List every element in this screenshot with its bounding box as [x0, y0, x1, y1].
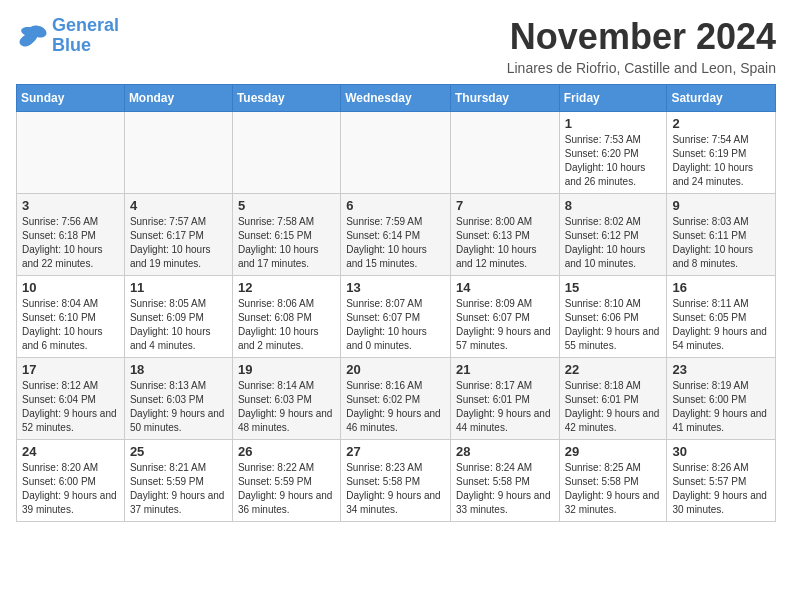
day-cell-21: 21Sunrise: 8:17 AM Sunset: 6:01 PM Dayli… — [450, 358, 559, 440]
day-number: 16 — [672, 280, 770, 295]
day-info: Sunrise: 8:19 AM Sunset: 6:00 PM Dayligh… — [672, 379, 770, 435]
day-cell-7: 7Sunrise: 8:00 AM Sunset: 6:13 PM Daylig… — [450, 194, 559, 276]
day-info: Sunrise: 8:07 AM Sunset: 6:07 PM Dayligh… — [346, 297, 445, 353]
day-cell-25: 25Sunrise: 8:21 AM Sunset: 5:59 PM Dayli… — [124, 440, 232, 522]
day-cell-22: 22Sunrise: 8:18 AM Sunset: 6:01 PM Dayli… — [559, 358, 667, 440]
day-cell-19: 19Sunrise: 8:14 AM Sunset: 6:03 PM Dayli… — [232, 358, 340, 440]
day-cell-2: 2Sunrise: 7:54 AM Sunset: 6:19 PM Daylig… — [667, 112, 776, 194]
day-info: Sunrise: 8:00 AM Sunset: 6:13 PM Dayligh… — [456, 215, 554, 271]
weekday-header-thursday: Thursday — [450, 85, 559, 112]
day-cell-1: 1Sunrise: 7:53 AM Sunset: 6:20 PM Daylig… — [559, 112, 667, 194]
day-cell-11: 11Sunrise: 8:05 AM Sunset: 6:09 PM Dayli… — [124, 276, 232, 358]
day-number: 2 — [672, 116, 770, 131]
day-info: Sunrise: 8:14 AM Sunset: 6:03 PM Dayligh… — [238, 379, 335, 435]
day-cell-13: 13Sunrise: 8:07 AM Sunset: 6:07 PM Dayli… — [341, 276, 451, 358]
day-cell-10: 10Sunrise: 8:04 AM Sunset: 6:10 PM Dayli… — [17, 276, 125, 358]
week-row-1: 1Sunrise: 7:53 AM Sunset: 6:20 PM Daylig… — [17, 112, 776, 194]
day-info: Sunrise: 8:17 AM Sunset: 6:01 PM Dayligh… — [456, 379, 554, 435]
day-number: 3 — [22, 198, 119, 213]
day-info: Sunrise: 8:09 AM Sunset: 6:07 PM Dayligh… — [456, 297, 554, 353]
day-cell-8: 8Sunrise: 8:02 AM Sunset: 6:12 PM Daylig… — [559, 194, 667, 276]
day-cell-30: 30Sunrise: 8:26 AM Sunset: 5:57 PM Dayli… — [667, 440, 776, 522]
day-cell-9: 9Sunrise: 8:03 AM Sunset: 6:11 PM Daylig… — [667, 194, 776, 276]
day-cell-28: 28Sunrise: 8:24 AM Sunset: 5:58 PM Dayli… — [450, 440, 559, 522]
day-cell-20: 20Sunrise: 8:16 AM Sunset: 6:02 PM Dayli… — [341, 358, 451, 440]
day-number: 23 — [672, 362, 770, 377]
weekday-header-saturday: Saturday — [667, 85, 776, 112]
day-number: 7 — [456, 198, 554, 213]
weekday-header-friday: Friday — [559, 85, 667, 112]
day-info: Sunrise: 8:26 AM Sunset: 5:57 PM Dayligh… — [672, 461, 770, 517]
day-cell-15: 15Sunrise: 8:10 AM Sunset: 6:06 PM Dayli… — [559, 276, 667, 358]
day-cell-29: 29Sunrise: 8:25 AM Sunset: 5:58 PM Dayli… — [559, 440, 667, 522]
day-info: Sunrise: 8:05 AM Sunset: 6:09 PM Dayligh… — [130, 297, 227, 353]
day-number: 13 — [346, 280, 445, 295]
empty-cell — [341, 112, 451, 194]
day-number: 8 — [565, 198, 662, 213]
day-number: 11 — [130, 280, 227, 295]
day-cell-4: 4Sunrise: 7:57 AM Sunset: 6:17 PM Daylig… — [124, 194, 232, 276]
day-info: Sunrise: 8:04 AM Sunset: 6:10 PM Dayligh… — [22, 297, 119, 353]
header: General Blue November 2024 Linares de Ri… — [16, 16, 776, 76]
empty-cell — [17, 112, 125, 194]
weekday-header-tuesday: Tuesday — [232, 85, 340, 112]
day-number: 27 — [346, 444, 445, 459]
day-info: Sunrise: 8:23 AM Sunset: 5:58 PM Dayligh… — [346, 461, 445, 517]
day-number: 15 — [565, 280, 662, 295]
day-info: Sunrise: 7:59 AM Sunset: 6:14 PM Dayligh… — [346, 215, 445, 271]
day-number: 6 — [346, 198, 445, 213]
day-info: Sunrise: 8:22 AM Sunset: 5:59 PM Dayligh… — [238, 461, 335, 517]
day-number: 29 — [565, 444, 662, 459]
logo: General Blue — [16, 16, 119, 56]
day-info: Sunrise: 8:21 AM Sunset: 5:59 PM Dayligh… — [130, 461, 227, 517]
day-info: Sunrise: 7:58 AM Sunset: 6:15 PM Dayligh… — [238, 215, 335, 271]
day-number: 24 — [22, 444, 119, 459]
day-info: Sunrise: 8:11 AM Sunset: 6:05 PM Dayligh… — [672, 297, 770, 353]
day-cell-16: 16Sunrise: 8:11 AM Sunset: 6:05 PM Dayli… — [667, 276, 776, 358]
day-cell-12: 12Sunrise: 8:06 AM Sunset: 6:08 PM Dayli… — [232, 276, 340, 358]
day-number: 25 — [130, 444, 227, 459]
day-info: Sunrise: 7:56 AM Sunset: 6:18 PM Dayligh… — [22, 215, 119, 271]
day-cell-27: 27Sunrise: 8:23 AM Sunset: 5:58 PM Dayli… — [341, 440, 451, 522]
day-number: 19 — [238, 362, 335, 377]
day-cell-6: 6Sunrise: 7:59 AM Sunset: 6:14 PM Daylig… — [341, 194, 451, 276]
month-title: November 2024 — [507, 16, 776, 58]
weekday-header-sunday: Sunday — [17, 85, 125, 112]
day-number: 21 — [456, 362, 554, 377]
day-info: Sunrise: 8:03 AM Sunset: 6:11 PM Dayligh… — [672, 215, 770, 271]
day-info: Sunrise: 8:20 AM Sunset: 6:00 PM Dayligh… — [22, 461, 119, 517]
day-info: Sunrise: 8:25 AM Sunset: 5:58 PM Dayligh… — [565, 461, 662, 517]
day-cell-24: 24Sunrise: 8:20 AM Sunset: 6:00 PM Dayli… — [17, 440, 125, 522]
location-subtitle: Linares de Riofrio, Castille and Leon, S… — [507, 60, 776, 76]
day-info: Sunrise: 7:57 AM Sunset: 6:17 PM Dayligh… — [130, 215, 227, 271]
weekday-header-monday: Monday — [124, 85, 232, 112]
day-number: 22 — [565, 362, 662, 377]
day-number: 14 — [456, 280, 554, 295]
day-info: Sunrise: 7:53 AM Sunset: 6:20 PM Dayligh… — [565, 133, 662, 189]
day-number: 5 — [238, 198, 335, 213]
day-cell-5: 5Sunrise: 7:58 AM Sunset: 6:15 PM Daylig… — [232, 194, 340, 276]
day-info: Sunrise: 7:54 AM Sunset: 6:19 PM Dayligh… — [672, 133, 770, 189]
day-number: 17 — [22, 362, 119, 377]
day-cell-14: 14Sunrise: 8:09 AM Sunset: 6:07 PM Dayli… — [450, 276, 559, 358]
empty-cell — [450, 112, 559, 194]
day-cell-23: 23Sunrise: 8:19 AM Sunset: 6:00 PM Dayli… — [667, 358, 776, 440]
day-cell-26: 26Sunrise: 8:22 AM Sunset: 5:59 PM Dayli… — [232, 440, 340, 522]
week-row-3: 10Sunrise: 8:04 AM Sunset: 6:10 PM Dayli… — [17, 276, 776, 358]
day-info: Sunrise: 8:12 AM Sunset: 6:04 PM Dayligh… — [22, 379, 119, 435]
calendar-table: SundayMondayTuesdayWednesdayThursdayFrid… — [16, 84, 776, 522]
day-number: 30 — [672, 444, 770, 459]
day-info: Sunrise: 8:02 AM Sunset: 6:12 PM Dayligh… — [565, 215, 662, 271]
day-number: 10 — [22, 280, 119, 295]
empty-cell — [124, 112, 232, 194]
weekday-header-wednesday: Wednesday — [341, 85, 451, 112]
week-row-4: 17Sunrise: 8:12 AM Sunset: 6:04 PM Dayli… — [17, 358, 776, 440]
day-cell-18: 18Sunrise: 8:13 AM Sunset: 6:03 PM Dayli… — [124, 358, 232, 440]
week-row-2: 3Sunrise: 7:56 AM Sunset: 6:18 PM Daylig… — [17, 194, 776, 276]
empty-cell — [232, 112, 340, 194]
day-info: Sunrise: 8:16 AM Sunset: 6:02 PM Dayligh… — [346, 379, 445, 435]
logo-text: General Blue — [52, 16, 119, 56]
day-number: 9 — [672, 198, 770, 213]
day-info: Sunrise: 8:18 AM Sunset: 6:01 PM Dayligh… — [565, 379, 662, 435]
day-number: 26 — [238, 444, 335, 459]
